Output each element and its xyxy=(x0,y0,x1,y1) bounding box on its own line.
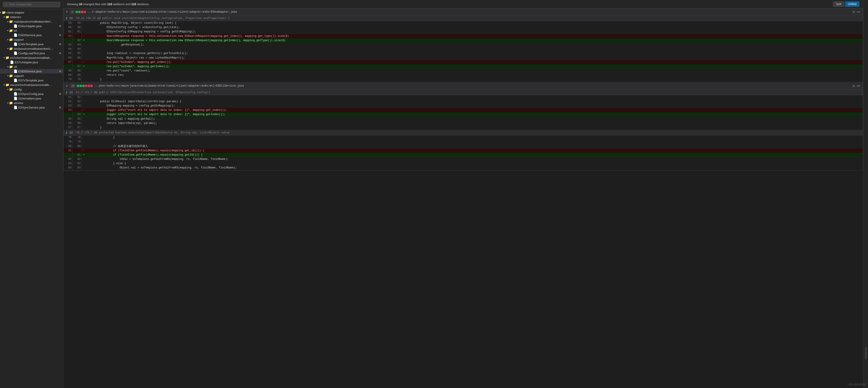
file-header[interactable]: ▾ 4 ...t-adapter/es6x/src/main/java/com/… xyxy=(64,8,863,16)
code-line: 54 + logger.info("start etl to import da… xyxy=(64,112,863,117)
file-header-actions: ⧉ ••• xyxy=(852,10,860,14)
tree-item-ESSyncConfig[interactable]: 📄ESSyncConfig.java⊕ xyxy=(0,92,63,96)
new-line-num xyxy=(72,108,82,112)
stat-blocks xyxy=(77,85,93,87)
tree-item-main-java[interactable]: ▾📁main/java/com/alibaba/otter/... xyxy=(0,19,63,24)
tree-item-ES7xAdapter[interactable]: 📄ES7xAdapter.java xyxy=(0,60,63,64)
expand-btn[interactable]: ⇕ xyxy=(65,90,68,94)
file-header-left: ▾ 26 ...pter/es6x/src/main/java/com/alib… xyxy=(66,84,851,88)
new-line-num: 66 xyxy=(72,56,82,60)
new-line-num: 83 xyxy=(72,161,82,166)
chevron-icon: ▾ xyxy=(7,88,8,91)
code-line: 54 - logger.info("start etl to import da… xyxy=(64,108,863,112)
file-badge: ⊕ xyxy=(59,33,61,37)
chevron-icon: ▾ xyxy=(7,38,8,41)
old-line-num: 52 xyxy=(64,99,72,104)
line-code: long rowCount = response.getHits().getTo… xyxy=(86,51,863,56)
file-label: ConfigLoadTest.java xyxy=(18,52,45,55)
tree-item-ESEtlService2[interactable]: 📄ESEtlService.java⊕ xyxy=(0,69,63,73)
file-label: ESEtlService.java xyxy=(18,33,41,37)
copy-icon[interactable]: ⧉ xyxy=(852,84,855,88)
chevron-icon: ▾ xyxy=(7,47,8,50)
chevron-icon: ▾ xyxy=(4,56,5,59)
file-header[interactable]: ▾ 26 ...pter/es6x/src/main/java/com/alib… xyxy=(64,83,863,90)
folder-label: es6x/src xyxy=(10,16,21,19)
tree-item-support2[interactable]: ▾📁support xyxy=(0,73,63,78)
tree-item-service[interactable]: ▾📁service xyxy=(0,100,63,105)
folder-label: service xyxy=(14,101,23,105)
line-marker xyxy=(82,73,86,77)
file-icon: 📄 xyxy=(13,79,18,82)
code-line: 62 + SearchResponse response = this.esCo… xyxy=(64,38,863,43)
file-label: ES6xAdapter.java xyxy=(18,24,41,28)
folder-label: support xyxy=(14,38,24,41)
tree-item-ESSyncService[interactable]: 📄ESSyncService.java⊕ xyxy=(0,105,63,110)
hunk-range: @@ -78,7 +78,7 @@ protected boolean exec… xyxy=(70,131,230,134)
old-line-num: 61 xyxy=(64,30,72,34)
unified-button[interactable]: Unified xyxy=(845,1,860,7)
line-marker xyxy=(82,117,86,121)
stat-block xyxy=(90,85,93,87)
tree-item-support1[interactable]: ▾📁support xyxy=(0,37,63,42)
tree-item-ES6xAdapter[interactable]: 📄ES6xAdapter.java⊕ xyxy=(0,24,63,28)
copy-icon[interactable]: ⧉ xyxy=(852,10,855,14)
tree-item-etl2[interactable]: ▾📁etl xyxy=(0,64,63,69)
line-code: String sql = mapping.getSql(); xyxy=(86,117,863,121)
code-line: 81 + if (fieldItem.getFieldName().equals… xyxy=(64,153,863,157)
tree-item-etl1[interactable]: ▾📁etl xyxy=(0,28,63,33)
tree-item-test-java[interactable]: ▾📁test/java/com/alibaba/otter/c... xyxy=(0,47,63,51)
more-icon[interactable]: ••• xyxy=(857,84,860,88)
line-marker: + xyxy=(82,64,86,69)
expand-btn[interactable]: ⇕ xyxy=(65,16,68,20)
filter-wrapper[interactable] xyxy=(3,2,60,7)
side-panel-label: Octotree xyxy=(864,347,867,359)
old-line-num: 51 xyxy=(64,95,72,99)
change-count: 4 xyxy=(70,10,74,14)
folder-icon: 📁 xyxy=(9,88,13,91)
tree-item-ConfigLoadTest[interactable]: 📄ConfigLoadTest.java⊕ xyxy=(0,51,63,55)
tree-item-config[interactable]: ▾📁config xyxy=(0,87,63,92)
file-diff-diff2: ▾ 26 ...pter/es6x/src/main/java/com/alib… xyxy=(63,83,863,171)
tree-item-SchemaItem[interactable]: 📄SchemaItem.java xyxy=(0,96,63,100)
tree-item-escore-src[interactable]: ▾📁escore/src/main/java/com/alib... xyxy=(0,83,63,87)
new-line-num: 79 xyxy=(72,140,82,144)
old-line-num: 84 xyxy=(64,166,72,170)
line-marker: - xyxy=(82,108,86,112)
code-line: 59 59 public Map<String, Object> count(S… xyxy=(64,21,863,25)
file-diff-diff1: ▾ 4 ...t-adapter/es6x/src/main/java/com/… xyxy=(63,8,863,82)
line-marker xyxy=(82,136,86,140)
file-badge: ⊕ xyxy=(59,24,61,28)
line-marker xyxy=(82,157,86,161)
tree-item-client-adapter[interactable]: ▾📁client-adapter xyxy=(0,10,63,15)
code-table: 51 51 52 52 public EtlResult importData(… xyxy=(64,95,863,130)
line-marker xyxy=(82,47,86,51)
code-line: 61 61 ESSyncConfig.ESMapping mapping = c… xyxy=(64,30,863,34)
line-code: logger.info("start etl to import data to… xyxy=(86,108,863,112)
file-icon: 📄 xyxy=(13,92,18,96)
old-line-num: 54 xyxy=(64,108,72,112)
file-label: ES7xTemplate.java xyxy=(18,79,43,82)
line-marker xyxy=(82,166,86,170)
code-line: 65 65 long rowCount = response.getHits()… xyxy=(64,51,863,56)
filter-input[interactable] xyxy=(9,3,58,6)
line-code: res.put("count", rowCount); xyxy=(86,69,863,73)
old-line-num: 64 xyxy=(64,47,72,51)
folder-label: es7x/src/main/java/com/alibab... xyxy=(10,56,52,59)
new-line-num xyxy=(72,34,82,38)
tree-item-es6x-src[interactable]: ▾📁es6x/src xyxy=(0,15,63,19)
tree-item-ESEtlService1[interactable]: 📄ESEtlService.java⊕ xyxy=(0,33,63,37)
more-icon[interactable]: ••• xyxy=(857,10,860,14)
line-marker xyxy=(82,77,86,82)
tree-item-es7x-src[interactable]: ▾📁es7x/src/main/java/com/alibab... xyxy=(0,55,63,60)
new-line-num: 65 xyxy=(72,51,82,56)
expand-btn[interactable]: ⇕ xyxy=(65,130,68,135)
old-line-num: 53 xyxy=(64,104,72,108)
line-code xyxy=(86,95,863,99)
line-marker: + xyxy=(82,38,86,43)
tree-item-ES6xTemplate[interactable]: 📄ES6xTemplate.java⊕ xyxy=(0,42,63,47)
old-line-num: 68 xyxy=(64,69,72,73)
chevron-icon: ▾ xyxy=(7,20,8,23)
split-button[interactable]: Split xyxy=(833,1,844,7)
old-line-num: 67 xyxy=(64,60,72,64)
tree-item-ES7xTemplate[interactable]: 📄ES7xTemplate.java xyxy=(0,78,63,83)
